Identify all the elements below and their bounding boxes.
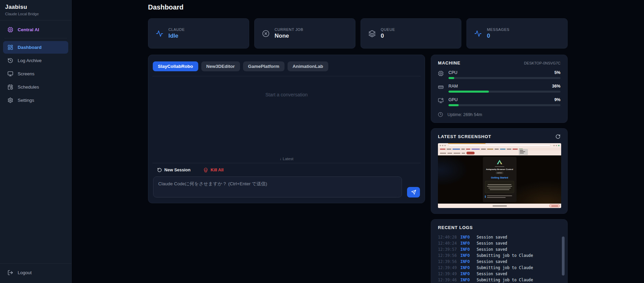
kill-all-button[interactable]: Kill All (203, 168, 223, 172)
log-entry: 12:39:49 INFO Submitting job to Claude (438, 265, 554, 271)
tab-new3deditor[interactable]: New3DEditor (201, 61, 240, 71)
circle-x-icon (262, 30, 270, 37)
log-level: INFO (460, 253, 477, 258)
calendar-clock-icon (7, 84, 13, 90)
log-level: INFO (460, 241, 477, 246)
cpu-bar-track (448, 77, 560, 79)
empty-state-text: Start a conversation (152, 76, 421, 97)
tab-gameplatform[interactable]: GamePlatform (243, 61, 284, 71)
log-entry: 12:39:56 INFO Submitting job to Claude (438, 252, 554, 259)
chat-input[interactable] (153, 176, 402, 197)
thumb-screen-badge (549, 204, 560, 207)
machine-card: MACHINE DESKTOP-0NSVG7C CPU 5% (431, 55, 568, 123)
logout-label: Logout (18, 270, 32, 275)
cpu-metric: CPU 5% (438, 70, 560, 79)
machine-title: MACHINE (438, 60, 460, 65)
app-title: Jaabisu (5, 4, 66, 11)
sidebar-item-screens[interactable]: Screens (3, 68, 68, 80)
cpu-icon (438, 71, 444, 76)
log-message: Submitting job to Claude (477, 253, 533, 258)
sidebar-item-label: Central AI (18, 27, 39, 32)
ram-bar-track (448, 91, 560, 93)
right-column: MACHINE DESKTOP-0NSVG7C CPU 5% (431, 55, 568, 283)
log-time: 12:40:24 (438, 241, 460, 246)
new-session-label: New Session (164, 168, 190, 172)
log-entry: 12:40:28 INFO Session saved (438, 234, 554, 240)
sidebar-item-label: Dashboard (18, 45, 42, 50)
message-area[interactable]: Start a conversation ↓ Latest (152, 76, 421, 163)
logout-button[interactable]: Logout (3, 266, 68, 279)
log-list[interactable]: 12:40:28 INFO Session saved 12:40:24 INF… (438, 234, 560, 283)
metric-value: 36% (552, 84, 560, 89)
log-time: 12:39:56 (438, 259, 460, 264)
brand: Jaabisu Claude Local Bridge (0, 0, 71, 20)
activity-icon (156, 30, 163, 37)
app-window: Jaabisu Claude Local Bridge Central AI D… (0, 0, 644, 283)
chat-actions: New Session Kill All (152, 163, 421, 176)
session-tabs: SlayCollabRobo New3DEditor GamePlatform … (152, 61, 421, 76)
tab-animationlab[interactable]: AnimationLab (288, 61, 328, 71)
new-session-button[interactable]: New Session (157, 168, 190, 172)
log-entry: 12:39:56 INFO Session saved (438, 259, 554, 265)
sidebar-divider (4, 38, 67, 38)
log-message: Submitting job to Claude (477, 278, 533, 282)
thumb-browser-titlebar (438, 143, 561, 148)
antigravity-logo-icon (497, 160, 502, 164)
sidebar-item-settings[interactable]: Settings (3, 94, 68, 107)
logs-title: RECENT LOGS (438, 225, 473, 230)
metric-label: GPU (448, 97, 458, 102)
history-icon (7, 58, 13, 63)
log-message: Session saved (477, 271, 507, 276)
thumb-toolbar (438, 151, 561, 155)
layout-dashboard-icon (7, 44, 13, 50)
page-title: Dashboard (148, 3, 568, 11)
metric-label: CPU (448, 70, 457, 75)
stat-card-queue: QUEUE 0 (361, 18, 462, 49)
thumb-heading: Getting Started (491, 176, 508, 179)
stats-row: CLAUDE Idle CURRENT JOB None (148, 18, 568, 49)
gpu-bar-track (448, 104, 560, 106)
send-icon (411, 190, 416, 195)
metric-label: RAM (448, 84, 458, 89)
refresh-screenshot-button[interactable] (555, 134, 560, 139)
monitor-icon (7, 71, 13, 77)
uptime-row: Uptime: 269h 54m (438, 112, 560, 117)
stat-card-claude: CLAUDE Idle (148, 18, 249, 49)
stat-card-messages: MESSAGES 0 (466, 18, 568, 49)
log-time: 12:39:49 (438, 271, 460, 276)
sidebar-item-dashboard[interactable]: Dashboard (3, 41, 68, 54)
log-message: Session saved (477, 259, 507, 264)
chat-input-row (152, 176, 421, 197)
log-entry: 12:40:24 INFO Session saved (438, 240, 554, 246)
stat-value: None (275, 33, 303, 39)
log-level: INFO (460, 259, 477, 264)
ram-bar-fill (448, 91, 489, 93)
thumb-app-name: Antigravity Browser Control (484, 168, 515, 170)
log-level: INFO (460, 278, 477, 282)
latest-indicator[interactable]: ↓ Latest (152, 157, 421, 161)
stat-value: 0 (381, 33, 395, 39)
log-scrollbar-thumb[interactable] (562, 237, 565, 276)
stat-value: 0 (487, 33, 510, 39)
thumb-dropdown-menu (519, 149, 528, 155)
clock-icon (438, 112, 443, 117)
sidebar-item-schedules[interactable]: Schedules (3, 81, 68, 93)
gpu-bar-fill (448, 104, 459, 106)
monitor-cog-icon (438, 98, 444, 103)
layers-icon (368, 30, 376, 37)
activity-icon (474, 30, 482, 37)
screenshot-thumbnail[interactable]: Antigravity Browser Control active Getti… (438, 143, 561, 208)
stat-value: Idle (168, 33, 185, 39)
sidebar-item-log-archive[interactable]: Log Archive (3, 54, 68, 67)
log-entry: 12:39:49 INFO Session saved (438, 271, 554, 277)
send-button[interactable] (407, 187, 420, 197)
sidebar-item-central-ai[interactable]: Central AI (3, 23, 68, 36)
log-message: Session saved (477, 241, 507, 246)
tab-slaycollabrobo[interactable]: SlayCollabRobo (153, 61, 198, 71)
thumb-status-badge: active (496, 172, 503, 174)
log-message: Session saved (477, 247, 507, 252)
log-entry: 12:39:46 INFO Submitting job to Claude (438, 277, 554, 283)
stat-card-current-job: CURRENT JOB None (254, 18, 355, 49)
log-scrollbar[interactable] (562, 237, 565, 283)
log-time: 12:39:57 (438, 247, 460, 252)
